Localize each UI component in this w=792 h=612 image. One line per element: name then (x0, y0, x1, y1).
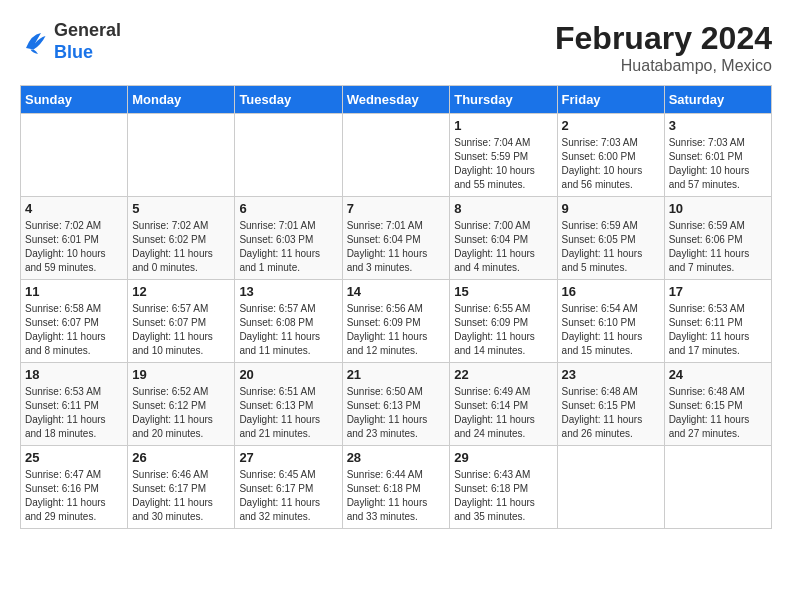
day-number: 10 (669, 201, 767, 216)
calendar-cell: 22Sunrise: 6:49 AM Sunset: 6:14 PM Dayli… (450, 363, 557, 446)
calendar-cell: 10Sunrise: 6:59 AM Sunset: 6:06 PM Dayli… (664, 197, 771, 280)
day-info: Sunrise: 6:49 AM Sunset: 6:14 PM Dayligh… (454, 385, 552, 441)
day-info: Sunrise: 6:59 AM Sunset: 6:06 PM Dayligh… (669, 219, 767, 275)
calendar-week-3: 11Sunrise: 6:58 AM Sunset: 6:07 PM Dayli… (21, 280, 772, 363)
day-number: 15 (454, 284, 552, 299)
calendar-cell: 7Sunrise: 7:01 AM Sunset: 6:04 PM Daylig… (342, 197, 450, 280)
day-info: Sunrise: 7:02 AM Sunset: 6:02 PM Dayligh… (132, 219, 230, 275)
day-info: Sunrise: 7:04 AM Sunset: 5:59 PM Dayligh… (454, 136, 552, 192)
calendar-cell: 11Sunrise: 6:58 AM Sunset: 6:07 PM Dayli… (21, 280, 128, 363)
day-info: Sunrise: 6:57 AM Sunset: 6:07 PM Dayligh… (132, 302, 230, 358)
calendar-cell: 13Sunrise: 6:57 AM Sunset: 6:08 PM Dayli… (235, 280, 342, 363)
calendar-cell (128, 114, 235, 197)
calendar-cell: 19Sunrise: 6:52 AM Sunset: 6:12 PM Dayli… (128, 363, 235, 446)
day-info: Sunrise: 7:01 AM Sunset: 6:04 PM Dayligh… (347, 219, 446, 275)
day-info: Sunrise: 6:55 AM Sunset: 6:09 PM Dayligh… (454, 302, 552, 358)
day-number: 23 (562, 367, 660, 382)
col-header-tuesday: Tuesday (235, 86, 342, 114)
calendar-cell: 8Sunrise: 7:00 AM Sunset: 6:04 PM Daylig… (450, 197, 557, 280)
calendar-week-5: 25Sunrise: 6:47 AM Sunset: 6:16 PM Dayli… (21, 446, 772, 529)
day-number: 11 (25, 284, 123, 299)
day-number: 29 (454, 450, 552, 465)
day-info: Sunrise: 7:03 AM Sunset: 6:00 PM Dayligh… (562, 136, 660, 192)
day-info: Sunrise: 7:01 AM Sunset: 6:03 PM Dayligh… (239, 219, 337, 275)
day-info: Sunrise: 6:48 AM Sunset: 6:15 PM Dayligh… (562, 385, 660, 441)
day-number: 16 (562, 284, 660, 299)
calendar-cell (21, 114, 128, 197)
day-number: 5 (132, 201, 230, 216)
calendar-cell: 27Sunrise: 6:45 AM Sunset: 6:17 PM Dayli… (235, 446, 342, 529)
day-info: Sunrise: 6:47 AM Sunset: 6:16 PM Dayligh… (25, 468, 123, 524)
calendar-cell: 2Sunrise: 7:03 AM Sunset: 6:00 PM Daylig… (557, 114, 664, 197)
logo-icon (20, 27, 50, 57)
day-number: 2 (562, 118, 660, 133)
day-number: 12 (132, 284, 230, 299)
day-number: 21 (347, 367, 446, 382)
calendar-cell: 9Sunrise: 6:59 AM Sunset: 6:05 PM Daylig… (557, 197, 664, 280)
day-number: 20 (239, 367, 337, 382)
calendar-cell (235, 114, 342, 197)
day-number: 9 (562, 201, 660, 216)
day-info: Sunrise: 6:52 AM Sunset: 6:12 PM Dayligh… (132, 385, 230, 441)
day-info: Sunrise: 6:46 AM Sunset: 6:17 PM Dayligh… (132, 468, 230, 524)
day-number: 13 (239, 284, 337, 299)
day-number: 3 (669, 118, 767, 133)
col-header-friday: Friday (557, 86, 664, 114)
calendar-week-1: 1Sunrise: 7:04 AM Sunset: 5:59 PM Daylig… (21, 114, 772, 197)
calendar-cell: 15Sunrise: 6:55 AM Sunset: 6:09 PM Dayli… (450, 280, 557, 363)
calendar-cell: 1Sunrise: 7:04 AM Sunset: 5:59 PM Daylig… (450, 114, 557, 197)
calendar-cell: 12Sunrise: 6:57 AM Sunset: 6:07 PM Dayli… (128, 280, 235, 363)
col-header-sunday: Sunday (21, 86, 128, 114)
day-info: Sunrise: 6:45 AM Sunset: 6:17 PM Dayligh… (239, 468, 337, 524)
logo-line2: Blue (54, 42, 121, 64)
calendar-cell: 26Sunrise: 6:46 AM Sunset: 6:17 PM Dayli… (128, 446, 235, 529)
day-number: 18 (25, 367, 123, 382)
calendar-cell: 20Sunrise: 6:51 AM Sunset: 6:13 PM Dayli… (235, 363, 342, 446)
calendar-header-row: SundayMondayTuesdayWednesdayThursdayFrid… (21, 86, 772, 114)
day-info: Sunrise: 6:53 AM Sunset: 6:11 PM Dayligh… (669, 302, 767, 358)
col-header-saturday: Saturday (664, 86, 771, 114)
day-info: Sunrise: 6:57 AM Sunset: 6:08 PM Dayligh… (239, 302, 337, 358)
day-info: Sunrise: 6:51 AM Sunset: 6:13 PM Dayligh… (239, 385, 337, 441)
calendar-week-2: 4Sunrise: 7:02 AM Sunset: 6:01 PM Daylig… (21, 197, 772, 280)
day-info: Sunrise: 6:58 AM Sunset: 6:07 PM Dayligh… (25, 302, 123, 358)
calendar-cell (557, 446, 664, 529)
day-number: 26 (132, 450, 230, 465)
day-number: 1 (454, 118, 552, 133)
calendar-cell: 28Sunrise: 6:44 AM Sunset: 6:18 PM Dayli… (342, 446, 450, 529)
calendar-cell: 16Sunrise: 6:54 AM Sunset: 6:10 PM Dayli… (557, 280, 664, 363)
day-number: 19 (132, 367, 230, 382)
day-number: 7 (347, 201, 446, 216)
day-number: 28 (347, 450, 446, 465)
day-number: 17 (669, 284, 767, 299)
calendar-table: SundayMondayTuesdayWednesdayThursdayFrid… (20, 85, 772, 529)
calendar-cell: 6Sunrise: 7:01 AM Sunset: 6:03 PM Daylig… (235, 197, 342, 280)
title-block: February 2024 Huatabampo, Mexico (555, 20, 772, 75)
day-info: Sunrise: 6:44 AM Sunset: 6:18 PM Dayligh… (347, 468, 446, 524)
day-info: Sunrise: 6:59 AM Sunset: 6:05 PM Dayligh… (562, 219, 660, 275)
day-number: 4 (25, 201, 123, 216)
calendar-cell: 3Sunrise: 7:03 AM Sunset: 6:01 PM Daylig… (664, 114, 771, 197)
col-header-wednesday: Wednesday (342, 86, 450, 114)
calendar-cell: 17Sunrise: 6:53 AM Sunset: 6:11 PM Dayli… (664, 280, 771, 363)
page-header: General Blue February 2024 Huatabampo, M… (20, 20, 772, 75)
day-info: Sunrise: 7:00 AM Sunset: 6:04 PM Dayligh… (454, 219, 552, 275)
page-subtitle: Huatabampo, Mexico (555, 57, 772, 75)
day-number: 27 (239, 450, 337, 465)
calendar-week-4: 18Sunrise: 6:53 AM Sunset: 6:11 PM Dayli… (21, 363, 772, 446)
day-info: Sunrise: 7:03 AM Sunset: 6:01 PM Dayligh… (669, 136, 767, 192)
col-header-monday: Monday (128, 86, 235, 114)
calendar-cell: 24Sunrise: 6:48 AM Sunset: 6:15 PM Dayli… (664, 363, 771, 446)
day-number: 22 (454, 367, 552, 382)
calendar-cell (664, 446, 771, 529)
day-number: 25 (25, 450, 123, 465)
day-info: Sunrise: 6:50 AM Sunset: 6:13 PM Dayligh… (347, 385, 446, 441)
calendar-cell: 21Sunrise: 6:50 AM Sunset: 6:13 PM Dayli… (342, 363, 450, 446)
logo: General Blue (20, 20, 121, 63)
calendar-cell: 18Sunrise: 6:53 AM Sunset: 6:11 PM Dayli… (21, 363, 128, 446)
day-info: Sunrise: 7:02 AM Sunset: 6:01 PM Dayligh… (25, 219, 123, 275)
day-number: 8 (454, 201, 552, 216)
day-info: Sunrise: 6:48 AM Sunset: 6:15 PM Dayligh… (669, 385, 767, 441)
day-info: Sunrise: 6:54 AM Sunset: 6:10 PM Dayligh… (562, 302, 660, 358)
calendar-cell: 23Sunrise: 6:48 AM Sunset: 6:15 PM Dayli… (557, 363, 664, 446)
